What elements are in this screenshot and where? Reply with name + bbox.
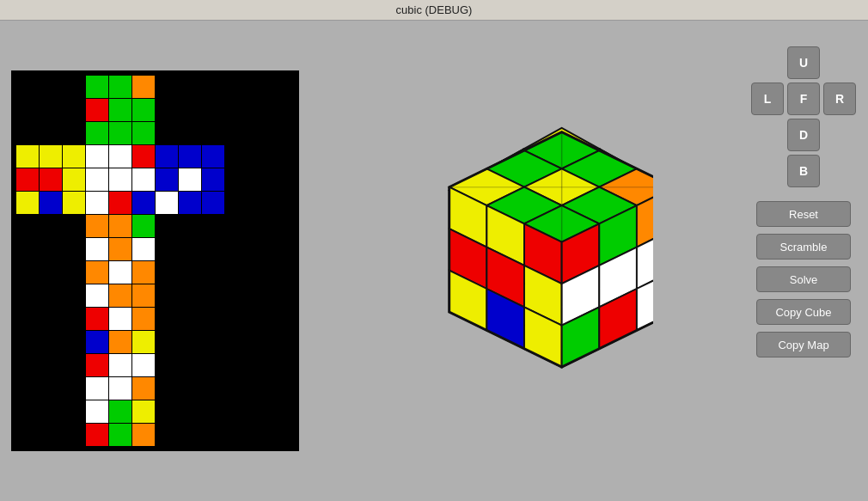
map-cell (63, 76, 85, 98)
map-cell (272, 284, 294, 307)
map-cell (225, 354, 248, 376)
face-buttons-grid: U L F R D B (751, 46, 856, 187)
map-cell (86, 424, 108, 446)
map-cell (16, 122, 39, 144)
map-cell (86, 284, 108, 307)
map-cell (16, 215, 39, 237)
map-cell (63, 354, 85, 376)
map-cell (272, 238, 294, 260)
map-cell (40, 377, 62, 400)
map-cell (248, 424, 271, 446)
empty-cell-4 (823, 119, 856, 151)
face-button-L[interactable]: L (751, 82, 784, 115)
face-button-B[interactable]: B (787, 155, 820, 187)
map-cell (63, 168, 85, 191)
map-cell (132, 215, 155, 237)
map-cell (202, 284, 224, 307)
face-button-R[interactable]: R (823, 82, 856, 115)
copy-cube-button[interactable]: Copy Cube (756, 299, 851, 325)
map-cell (248, 377, 271, 400)
solve-button[interactable]: Solve (756, 266, 851, 292)
map-cell (40, 238, 62, 260)
map-cell (248, 76, 271, 98)
map-cell (109, 122, 131, 144)
map-cell (179, 192, 201, 214)
map-cell (248, 238, 271, 260)
map-cell (248, 308, 271, 330)
map-cell (109, 168, 131, 191)
map-cell (225, 400, 248, 423)
map-cell (179, 400, 201, 423)
map-cell (179, 308, 201, 330)
cube-3d-panel: .face-cell { stroke: #111; stroke-width:… (301, 29, 748, 492)
map-cell (132, 122, 155, 144)
map-cell (248, 400, 271, 423)
map-cell (132, 284, 155, 307)
map-cell (225, 424, 248, 446)
map-cell (272, 400, 294, 423)
map-cell (248, 192, 271, 214)
map-cell (86, 192, 108, 214)
map-cell (202, 261, 224, 284)
map-cell (202, 354, 224, 376)
map-cell (179, 76, 201, 98)
map-cell (16, 99, 39, 121)
map-cell (179, 354, 201, 376)
map-cell (272, 145, 294, 168)
map-cell (272, 377, 294, 400)
map-cell (109, 354, 131, 376)
map-cell (109, 308, 131, 330)
map-cell (179, 145, 201, 168)
map-cell (248, 168, 271, 191)
map-cell (86, 400, 108, 423)
face-button-D[interactable]: D (787, 119, 820, 151)
map-cell (16, 424, 39, 446)
map-cell (225, 238, 248, 260)
map-cell (109, 76, 131, 98)
map-cell (16, 377, 39, 400)
map-cell (202, 424, 224, 446)
map-cell (86, 261, 108, 284)
map-cell (156, 261, 178, 284)
map-cell (109, 331, 131, 353)
face-button-F[interactable]: F (787, 82, 820, 115)
map-cell (202, 331, 224, 353)
map-cell (109, 261, 131, 284)
map-cell (40, 400, 62, 423)
map-cell (156, 308, 178, 330)
map-cell (225, 215, 248, 237)
map-cell (63, 308, 85, 330)
map-cell (109, 145, 131, 168)
map-cell (179, 99, 201, 121)
map-cell (248, 145, 271, 168)
reset-button[interactable]: Reset (756, 201, 851, 227)
map-cell (272, 122, 294, 144)
map-cell (109, 284, 131, 307)
map-cell (16, 308, 39, 330)
face-button-U[interactable]: U (787, 46, 820, 79)
map-cell (16, 400, 39, 423)
map-cell (63, 400, 85, 423)
map-cell (225, 331, 248, 353)
map-cell (132, 424, 155, 446)
map-cell (16, 76, 39, 98)
scramble-button[interactable]: Scramble (756, 234, 851, 260)
map-cell (202, 377, 224, 400)
map-cell (40, 99, 62, 121)
copy-map-button[interactable]: Copy Map (756, 332, 851, 357)
empty-cell-1 (751, 46, 784, 79)
map-cell (40, 76, 62, 98)
map-cell (86, 331, 108, 353)
map-cell (40, 284, 62, 307)
map-cell (225, 122, 248, 144)
map-cell (156, 284, 178, 307)
map-cell (86, 308, 108, 330)
map-cell (156, 354, 178, 376)
map-cell (40, 168, 62, 191)
map-cell (179, 424, 201, 446)
map-cell (225, 168, 248, 191)
map-cell (248, 284, 271, 307)
map-cell (272, 308, 294, 330)
map-cell (202, 145, 224, 168)
map-cell (156, 400, 178, 423)
